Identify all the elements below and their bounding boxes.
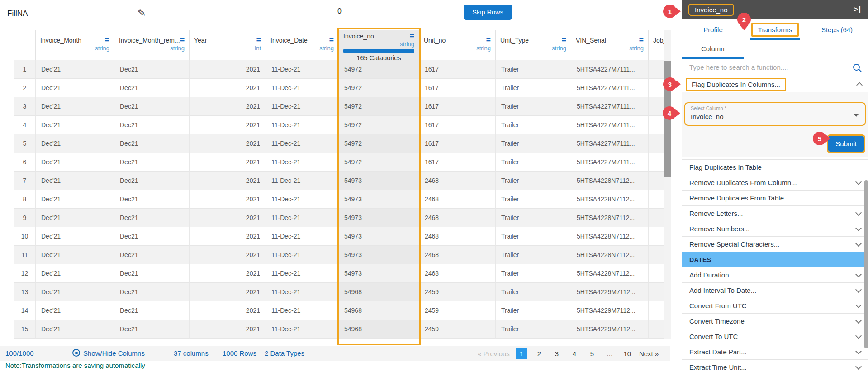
visible-rows-count[interactable]: 100/1000 <box>5 346 34 361</box>
table-row: 9Dec'21Dec21202111-Dec-21549732468Traile… <box>14 209 671 227</box>
column-header-unit-no[interactable]: Unit_no≡string <box>419 30 496 60</box>
function-item-label: Remove Letters... <box>689 210 743 217</box>
pagination-page-2[interactable]: 2 <box>533 348 545 359</box>
table-cell: Trailer <box>496 116 571 134</box>
column-menu-icon[interactable]: ≡ <box>256 37 261 43</box>
table-cell: Dec'21 <box>36 79 114 97</box>
column-menu-icon[interactable]: ≡ <box>180 37 185 43</box>
table-cell: Trailer <box>496 320 571 339</box>
table-cell: 2459 <box>419 320 496 339</box>
pagination-page-4[interactable]: 4 <box>569 348 580 359</box>
select-column-label: Select Column * <box>691 105 859 111</box>
pagination-page-5[interactable]: 5 <box>586 348 598 359</box>
table-cell: 2021 <box>190 190 266 209</box>
function-item-flag-duplicates-in-columns[interactable]: Flag Duplicates In Columns... <box>682 76 868 92</box>
skip-rows-button[interactable]: Skip Rows <box>464 5 512 20</box>
table-row: 7Dec'21Dec21202111-Dec-21549732468Traile… <box>14 172 671 190</box>
table-cell: Dec'21 <box>36 227 114 246</box>
column-menu-icon[interactable]: ≡ <box>639 37 644 43</box>
table-row: 11Dec'21Dec21202111-Dec-21549732468Trail… <box>14 246 671 264</box>
table-cell: 11-Dec-21 <box>266 79 339 97</box>
tab-steps[interactable]: Steps (64) <box>806 19 868 40</box>
row-number: 14 <box>14 301 36 320</box>
function-item-extract-date-part-[interactable]: Extract Date Part... <box>682 344 868 360</box>
pagination-page-10[interactable]: 10 <box>621 348 633 359</box>
function-search-input[interactable] <box>688 63 853 72</box>
function-item-remove-letters-[interactable]: Remove Letters... <box>682 206 868 221</box>
row-number: 13 <box>14 283 36 301</box>
column-type-label: string <box>343 41 414 48</box>
function-item-flag-duplicates-in-table[interactable]: Flag Duplicates In Table <box>682 160 868 175</box>
column-menu-icon[interactable]: ≡ <box>486 37 491 43</box>
table-cell: 11-Dec-21 <box>266 301 339 320</box>
column-header-unit-type[interactable]: Unit_Type≡string <box>496 30 571 60</box>
collapse-panel-icon[interactable]: >| <box>854 5 862 14</box>
function-item-label: Add Duration... <box>689 271 735 279</box>
pagination-next[interactable]: Next » <box>639 350 659 358</box>
column-header-invoice-month-rem-[interactable]: Invoice_Month_rem...≡string <box>114 30 190 60</box>
column-header-invoice-date[interactable]: Invoice_Date≡string <box>266 30 339 60</box>
chevron-down-icon <box>855 224 862 231</box>
column-header-invoice-no[interactable]: Invoice_no≡string165 Catagories <box>339 30 419 60</box>
table-cell: 54972 <box>339 134 419 153</box>
pagination-page-3[interactable]: 3 <box>551 348 563 359</box>
pagination-previous[interactable]: « Previous <box>478 350 510 358</box>
submit-button[interactable]: Submit <box>828 136 864 152</box>
pagination-page-1[interactable]: 1 <box>516 348 527 359</box>
table-scrollbar[interactable] <box>664 30 671 339</box>
table-cell: Dec'21 <box>36 301 114 320</box>
column-transform-panel: Invoice_no >| Profile Transforms Steps (… <box>682 0 868 377</box>
table-cell: Dec21 <box>114 190 190 209</box>
table-cell: 1617 <box>419 153 496 172</box>
function-item-add-interval-to-date-[interactable]: Add Interval To Date... <box>682 283 868 298</box>
column-type-label: string <box>424 45 491 52</box>
function-item-remove-numbers-[interactable]: Remove Numbers... <box>682 221 868 237</box>
column-header-label: VIN_Serial <box>576 37 606 44</box>
transformation-name-input[interactable] <box>6 6 134 23</box>
function-item-remove-duplicates-from-table[interactable]: Remove Duplicates From Table <box>682 191 868 206</box>
table-cell: 2468 <box>419 227 496 246</box>
function-item-convert-timezone[interactable]: Convert Timezone <box>682 314 868 329</box>
column-header-vin-serial[interactable]: VIN_Serial≡string <box>571 30 649 60</box>
table-cell: Dec21 <box>114 134 190 153</box>
column-menu-icon[interactable]: ≡ <box>561 37 566 43</box>
table-cell: 2021 <box>190 246 266 264</box>
row-number: 8 <box>14 190 36 209</box>
function-item-remove-duplicates-from-column-[interactable]: Remove Duplicates From Column... <box>682 175 868 191</box>
function-item-extract-time-unit-[interactable]: Extract Time Unit... <box>682 360 868 375</box>
table-cell: 54973 <box>339 209 419 227</box>
column-header-label: Invoice_Date <box>270 37 308 44</box>
column-menu-icon[interactable]: ≡ <box>104 37 109 43</box>
column-type-label: string <box>576 45 644 52</box>
chevron-down-icon <box>855 348 862 354</box>
function-item-convert-from-utc[interactable]: Convert From UTC <box>682 298 868 314</box>
sidebar-scrollbar-thumb[interactable] <box>864 180 868 348</box>
function-item-add-duration-[interactable]: Add Duration... <box>682 267 868 283</box>
column-header-year[interactable]: Year≡int <box>190 30 266 60</box>
column-header-invoice-month[interactable]: Invoice_Month≡string <box>36 30 114 60</box>
annotation-pin-2: 2 <box>737 13 751 26</box>
function-item-convert-to-utc[interactable]: Convert To UTC <box>682 329 868 344</box>
search-icon[interactable] <box>853 64 860 71</box>
tab-transforms[interactable]: Transforms <box>744 19 806 40</box>
row-number: 2 <box>14 79 36 97</box>
show-hide-columns-button[interactable]: Show/Hide Columns <box>72 346 145 361</box>
table-cell: 54973 <box>339 227 419 246</box>
table-cell: Dec'21 <box>36 172 114 190</box>
subtab-column[interactable]: Column <box>701 45 725 52</box>
table-cell: 5HTSA4228N7112... <box>571 264 649 283</box>
edit-pencil-icon[interactable]: ✎ <box>138 7 146 19</box>
table-cell: 54968 <box>339 320 419 339</box>
column-menu-icon[interactable]: ≡ <box>409 33 414 39</box>
table-cell: 5HTSA4227M7111... <box>571 60 649 79</box>
function-item-remove-special-characters-[interactable]: Remove Special Characters... <box>682 237 868 252</box>
chevron-down-icon <box>855 178 862 185</box>
table-cell: Dec21 <box>114 209 190 227</box>
column-menu-icon[interactable]: ≡ <box>329 37 334 43</box>
select-column-dropdown[interactable]: Select Column * Invoice_no <box>684 102 866 126</box>
skip-rows-count-input[interactable] <box>335 5 465 19</box>
table-row: 6Dec'21Dec21202111-Dec-21549721617Traile… <box>14 153 671 172</box>
tab-profile[interactable]: Profile <box>682 19 744 40</box>
chevron-down-icon <box>855 317 862 323</box>
function-item-label: Convert From UTC <box>689 302 747 310</box>
